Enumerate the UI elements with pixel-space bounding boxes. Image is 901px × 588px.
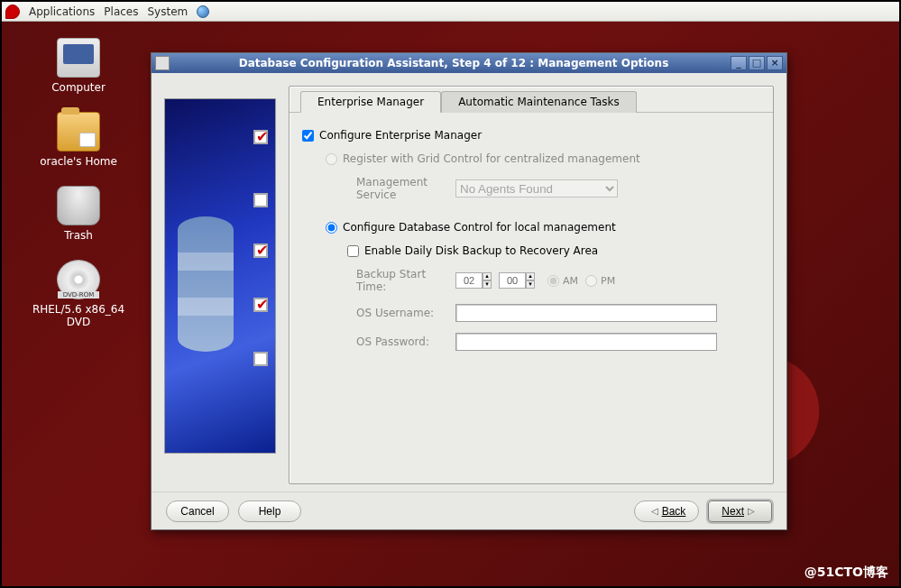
cancel-button[interactable]: Cancel xyxy=(166,501,229,522)
chevron-right-icon: ▷ xyxy=(748,506,755,516)
pm-label: PM xyxy=(601,275,615,287)
icon-label: Computer xyxy=(20,81,137,94)
watermark: @51CTO博客 xyxy=(804,565,888,581)
step-marker-icon xyxy=(253,130,268,144)
management-service-select: No Agents Found xyxy=(455,179,618,198)
pm-radio xyxy=(585,275,597,287)
home-folder-icon xyxy=(57,112,100,152)
chevron-left-icon: ◁ xyxy=(651,506,658,516)
configure-dbcontrol-label: Configure Database Control for local man… xyxy=(343,221,616,234)
tab-automatic-maintenance[interactable]: Automatic Maintenance Tasks xyxy=(441,91,637,113)
backup-minute-input xyxy=(499,272,526,289)
configure-em-checkbox[interactable] xyxy=(302,130,314,142)
help-button[interactable]: Help xyxy=(238,501,301,522)
am-radio xyxy=(547,275,559,287)
content-panel: Enterprise Manager Automatic Maintenance… xyxy=(289,86,774,484)
database-cylinder-icon xyxy=(178,216,234,352)
register-grid-radio xyxy=(326,153,337,165)
computer-icon xyxy=(57,38,100,78)
tab-enterprise-manager[interactable]: Enterprise Manager xyxy=(300,91,441,113)
am-label: AM xyxy=(563,275,578,287)
titlebar[interactable]: Database Configuration Assistant, Step 4… xyxy=(152,53,786,73)
minimize-button[interactable]: _ xyxy=(731,56,747,70)
menu-applications[interactable]: Applications xyxy=(29,5,95,18)
dbca-window: Database Configuration Assistant, Step 4… xyxy=(151,52,787,530)
os-password-input xyxy=(455,333,717,351)
step-marker-icon xyxy=(253,193,268,207)
wizard-button-bar: Cancel Help ◁Back Next▷ xyxy=(152,492,786,529)
icon-label: Trash xyxy=(20,229,137,242)
enable-backup-checkbox[interactable] xyxy=(347,245,359,257)
app-icon xyxy=(155,56,170,70)
desktop-icon-trash[interactable]: Trash xyxy=(20,186,137,242)
spinner-up-icon: ▴ xyxy=(483,272,492,280)
icon-label: oracle's Home xyxy=(20,155,137,168)
dvd-badge: DVD-ROM xyxy=(58,291,99,299)
browser-launcher-icon[interactable] xyxy=(197,5,209,18)
backup-time-label: Backup Start Time: xyxy=(356,268,455,293)
next-button[interactable]: Next▷ xyxy=(708,501,772,522)
back-button[interactable]: ◁Back xyxy=(634,501,700,522)
desktop-icon-computer[interactable]: Computer xyxy=(20,38,137,94)
menu-system[interactable]: System xyxy=(147,5,188,18)
enable-backup-label: Enable Daily Disk Backup to Recovery Are… xyxy=(364,244,598,257)
window-title: Database Configuration Assistant, Step 4… xyxy=(177,57,731,69)
register-grid-label: Register with Grid Control for centraliz… xyxy=(343,152,640,165)
menu-places[interactable]: Places xyxy=(104,5,138,18)
trash-icon xyxy=(57,186,100,225)
desktop-icon-home[interactable]: oracle's Home xyxy=(20,112,137,168)
spinner-down-icon: ▾ xyxy=(483,280,492,289)
os-username-label: OS Username: xyxy=(356,307,455,319)
close-button[interactable]: × xyxy=(767,56,783,70)
maximize-button[interactable]: □ xyxy=(749,56,765,70)
step-marker-icon xyxy=(253,352,268,366)
dvd-icon: DVD-ROM xyxy=(57,260,100,299)
backup-hour-input xyxy=(455,272,483,289)
management-service-label: Management Service xyxy=(356,176,455,201)
spinner-down-icon: ▾ xyxy=(526,280,535,289)
redhat-icon[interactable] xyxy=(5,5,20,19)
wizard-sidebar-image xyxy=(164,98,276,454)
step-marker-icon xyxy=(253,298,268,312)
step-marker-icon xyxy=(253,243,268,258)
configure-dbcontrol-radio[interactable] xyxy=(326,222,337,234)
desktop-icon-dvd[interactable]: DVD-ROM RHEL/5.6 x86_64 DVD xyxy=(20,260,137,328)
os-password-label: OS Password: xyxy=(356,335,455,348)
icon-label: RHEL/5.6 x86_64 DVD xyxy=(20,303,137,328)
gnome-panel: Applications Places System xyxy=(2,2,899,22)
os-username-input xyxy=(455,304,717,322)
spinner-up-icon: ▴ xyxy=(526,272,535,280)
configure-em-label: Configure Enterprise Manager xyxy=(319,129,482,142)
